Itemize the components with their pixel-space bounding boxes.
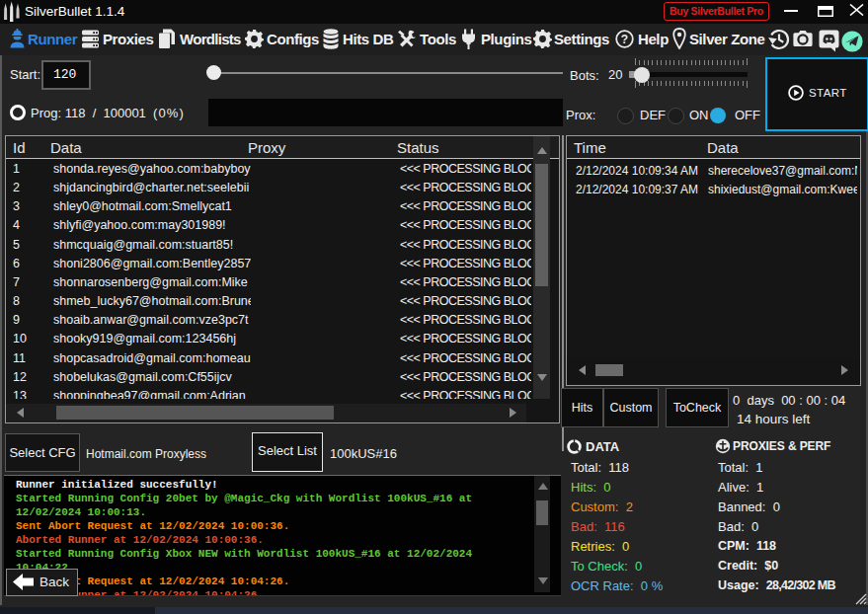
svg-text:?: ? bbox=[621, 33, 628, 46]
